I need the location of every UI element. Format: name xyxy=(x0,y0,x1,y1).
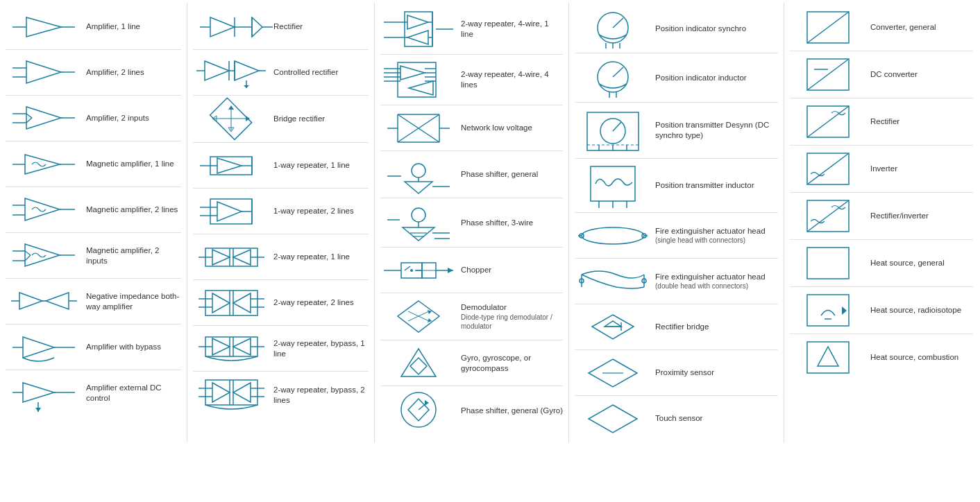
list-item: Proximity sensor xyxy=(569,350,784,395)
column-3: 2-way repeater, 4-wire, 1 line xyxy=(375,3,569,442)
list-item: Rectifier/inverter xyxy=(784,193,979,239)
label-proxsensor: Proximity sensor xyxy=(651,367,778,378)
label-rep2w4w4l: 2-way repeater, 4-wire, 4 lines xyxy=(457,69,563,90)
svg-marker-74 xyxy=(212,250,230,265)
symbol-heatsourcecomb xyxy=(790,338,866,376)
list-item: Magnetic amplifier, 2 inputs xyxy=(0,233,187,278)
list-item: 2-way repeater, 4-wire, 4 lines xyxy=(375,55,568,105)
symbol-repeater2w1l xyxy=(193,243,269,272)
label-rectinverter: Rectifier/inverter xyxy=(866,211,973,221)
svg-line-24 xyxy=(25,251,31,255)
svg-point-139 xyxy=(412,208,425,222)
list-item: Phase shifter, general (Gyro) xyxy=(375,386,568,435)
svg-line-11 xyxy=(26,114,32,118)
list-item: Network low voltage xyxy=(375,105,568,150)
symbol-posindinductor xyxy=(575,58,651,98)
label-bridgerect: Bridge rectifier xyxy=(269,114,369,124)
svg-marker-82 xyxy=(233,293,251,313)
list-item: Fire extinguisher actuator head (single … xyxy=(569,213,784,258)
symbol-amp2lines xyxy=(6,57,82,88)
svg-marker-1 xyxy=(26,17,61,37)
label-repeater2wbypass2l: 2-way repeater, bypass, 2 lines xyxy=(269,385,369,406)
svg-marker-28 xyxy=(46,293,69,309)
symbol-demodulator xyxy=(380,297,457,336)
svg-marker-204 xyxy=(589,405,637,433)
symbol-bridgerect xyxy=(193,100,269,138)
svg-line-156 xyxy=(419,311,429,316)
svg-marker-97 xyxy=(212,383,230,402)
svg-marker-75 xyxy=(233,250,251,265)
symbol-heatsourcegen xyxy=(790,244,866,282)
symbol-repeater2wbypass2l xyxy=(193,376,269,414)
symbol-gyro xyxy=(380,345,457,381)
symbol-fireexthead1 xyxy=(575,225,651,246)
svg-line-206 xyxy=(807,12,849,43)
symbol-phaseshiftgen xyxy=(380,155,457,193)
symbol-phaseshiftgyro xyxy=(380,390,457,431)
list-item: Touch sensor xyxy=(569,396,784,441)
svg-point-134 xyxy=(412,164,425,178)
list-item: Amplifier, 2 inputs xyxy=(0,96,187,141)
symbol-ampbypass xyxy=(6,330,82,365)
label-fireexthead1-sub: (single head with connectors) xyxy=(655,236,778,245)
svg-marker-221 xyxy=(818,347,838,366)
label-negimpedance: Negative impedance both-way amplifier xyxy=(82,291,181,312)
symbol-repeater1w1l xyxy=(193,151,269,180)
list-item: Heat source, radioisotope xyxy=(784,287,979,334)
svg-rect-114 xyxy=(398,62,436,97)
column-4: Position indicator synchro Position indi… xyxy=(569,3,784,442)
svg-marker-107 xyxy=(407,31,428,44)
label-dcconverter: DC converter xyxy=(866,69,973,80)
svg-rect-89 xyxy=(205,337,257,356)
svg-marker-167 xyxy=(425,400,429,406)
svg-marker-18 xyxy=(25,198,60,220)
svg-point-188 xyxy=(582,227,644,244)
label-amp2lines: Amplifier, 2 lines xyxy=(82,67,181,78)
label-rep2w4w1l: 2-way repeater, 4-wire, 1 line xyxy=(457,19,563,40)
symbol-chopper xyxy=(380,252,457,288)
label-touchsensor: Touch sensor xyxy=(651,413,778,424)
label-magamp1: Magnetic amplifier, 1 line xyxy=(82,159,181,169)
symbol-phaseshift3w xyxy=(380,202,457,243)
svg-line-211 xyxy=(807,106,849,137)
svg-marker-91 xyxy=(233,338,251,355)
label-repeater1w1l: 1-way repeater, 1 line xyxy=(269,160,369,171)
symbol-postransinductor xyxy=(575,163,651,208)
label-heatsourcecomb: Heat source, combustion xyxy=(866,352,973,363)
list-item: Phase shifter, 3-wire xyxy=(375,198,568,247)
svg-marker-35 xyxy=(23,383,54,402)
symbol-posindsynchro xyxy=(575,8,651,49)
label-heatsourcegen: Heat source, general xyxy=(866,258,973,268)
label-ampdc: Amplifier external DC control xyxy=(82,383,181,404)
label-fireexthead2: Fire extinguisher actuator head (double … xyxy=(651,272,778,291)
list-item: Phase shifter, general xyxy=(375,151,568,198)
symbol-convertergen xyxy=(790,8,866,46)
list-item: Fire extinguisher actuator head (double … xyxy=(569,259,784,304)
symbol-magamp2lines xyxy=(6,194,82,225)
svg-marker-106 xyxy=(407,15,428,29)
svg-marker-90 xyxy=(212,338,230,355)
symbol-touchsensor xyxy=(575,401,651,436)
svg-line-25 xyxy=(25,255,31,261)
svg-marker-162 xyxy=(401,349,436,376)
label-amp1line: Amplifier, 1 line xyxy=(82,21,181,32)
symbol-heatsourceradio xyxy=(790,291,866,329)
symbol-postransdesynn xyxy=(575,107,651,154)
list-item: 1-way repeater, 2 lines xyxy=(187,189,374,234)
symbol-amp1line xyxy=(6,13,82,41)
list-item: Position indicator synchro xyxy=(569,4,784,53)
label-posindinductor: Position indicator inductor xyxy=(651,73,778,83)
list-item: Position transmitter Desynn (DC synchro … xyxy=(569,103,784,158)
list-item: Magnetic amplifier, 2 lines xyxy=(0,187,187,232)
svg-line-158 xyxy=(408,311,419,316)
list-item: DC converter xyxy=(784,51,979,98)
symbol-rectifier2 xyxy=(790,103,866,141)
list-item: Gyro, gyroscope, or gyrocompass xyxy=(375,340,568,386)
svg-line-159 xyxy=(408,316,419,321)
symbol-repeater2wbypass1l xyxy=(193,331,269,366)
svg-marker-63 xyxy=(217,158,242,173)
column-5: Converter, general DC converter xyxy=(784,3,979,442)
list-item: 2-way repeater, bypass, 1 line xyxy=(187,326,374,371)
svg-marker-115 xyxy=(400,66,425,80)
symbol-inverter xyxy=(790,150,866,188)
